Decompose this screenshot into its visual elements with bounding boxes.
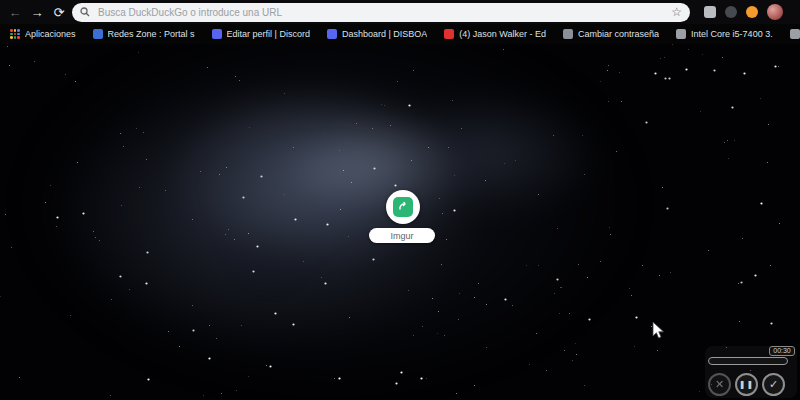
bookmark-star-icon[interactable]: ☆: [671, 6, 682, 18]
recorder-cancel-button[interactable]: ✕: [708, 373, 731, 396]
bookmark-cambiar-contrasena[interactable]: Cambiar contraseña: [563, 29, 659, 39]
recorder-buttons: ✕ ❚❚ ✓: [708, 373, 785, 396]
discord-icon: [212, 29, 222, 39]
search-icon: [80, 7, 90, 17]
bookmark-gskill-aegis[interactable]: G.Skill Aegis DDR4 2: [790, 29, 800, 39]
bookmark-label: Aplicaciones: [25, 29, 76, 39]
browser-toolbar: ← → ⟳ ☆: [0, 0, 800, 24]
imgur-glyph-icon: [397, 201, 409, 213]
extension-dark-icon[interactable]: [725, 6, 737, 18]
discord-icon: [327, 29, 337, 39]
back-button[interactable]: ←: [6, 3, 24, 21]
recorder-confirm-button[interactable]: ✓: [762, 373, 785, 396]
starfield-bright: [0, 44, 1, 45]
address-bar[interactable]: ☆: [72, 3, 690, 22]
bookmarks-bar: AplicacionesRedes Zone : Portal sEditar …: [0, 24, 800, 44]
recorder-progress-track[interactable]: [708, 357, 788, 365]
pc-icon: [790, 29, 800, 39]
shield-icon: [563, 29, 573, 39]
apps-grid-icon: [10, 29, 20, 39]
bookmarks-list: AplicacionesRedes Zone : Portal sEditar …: [10, 29, 800, 39]
youtube-icon: [444, 29, 454, 39]
bookmark-label: Intel Core i5-7400 3.: [691, 29, 773, 39]
extension-orange-icon[interactable]: [746, 6, 758, 18]
extensions-row: [704, 4, 783, 20]
bookmark-label: Dashboard | DISBOA: [342, 29, 427, 39]
profile-avatar[interactable]: [767, 4, 783, 20]
bookmark-label: (4) Jason Walker - Ed: [459, 29, 546, 39]
extension-gray-icon[interactable]: [704, 6, 716, 18]
forward-button[interactable]: →: [28, 3, 46, 21]
bookmark-redes-zone[interactable]: Redes Zone : Portal s: [93, 29, 195, 39]
bookmark-label: Redes Zone : Portal s: [108, 29, 195, 39]
bookmark-jason-walker[interactable]: (4) Jason Walker - Ed: [444, 29, 546, 39]
imgur-icon: [393, 197, 413, 217]
bookmark-intel-core[interactable]: Intel Core i5-7400 3.: [676, 29, 773, 39]
recorder-pause-button[interactable]: ❚❚: [735, 373, 758, 396]
bookmark-aplicaciones[interactable]: Aplicaciones: [10, 29, 76, 39]
address-input[interactable]: [96, 6, 665, 19]
bookmark-label: Cambiar contraseña: [578, 29, 659, 39]
mouse-cursor: [652, 321, 665, 340]
bookmark-label: Editar perfil | Discord: [227, 29, 310, 39]
browser-window: ← → ⟳ ☆ AplicacionesRedes Zone : Portal …: [0, 0, 800, 400]
reload-button[interactable]: ⟳: [50, 3, 68, 21]
shortcut-label-pill[interactable]: Imgur: [369, 228, 435, 243]
bookmark-editar-perfil[interactable]: Editar perfil | Discord: [212, 29, 310, 39]
site-icon: [93, 29, 103, 39]
page-content: Imgur 00:30 ✕ ❚❚ ✓: [0, 44, 800, 400]
shortcut-drag-circle[interactable]: [386, 190, 420, 224]
bookmark-dashboard-disboard[interactable]: Dashboard | DISBOA: [327, 29, 427, 39]
recorder-timer: 00:30: [769, 346, 795, 356]
pc-icon: [676, 29, 686, 39]
recorder-overlay: 00:30 ✕ ❚❚ ✓: [705, 346, 797, 398]
